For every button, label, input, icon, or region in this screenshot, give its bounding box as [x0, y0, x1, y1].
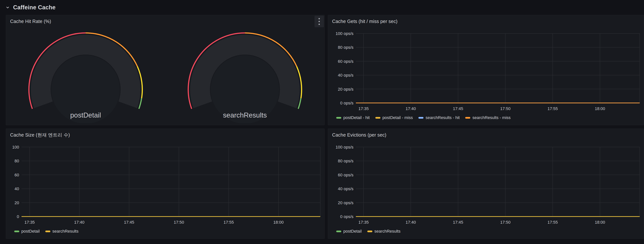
legend: postDetail - hitpostDetail - misssearchR… — [336, 115, 511, 120]
legend-label: searchResults - hit — [426, 115, 460, 120]
legend-item[interactable]: postDetail - miss — [375, 115, 413, 120]
y-axis-label: 20 ops/s — [338, 201, 354, 205]
legend-swatch — [418, 117, 424, 119]
chevron-down-icon — [5, 5, 10, 10]
y-axis-label: 100 ops/s — [336, 145, 354, 149]
y-axis-label: 100 ops/s — [336, 31, 354, 36]
gauge-label: postDetail — [70, 111, 101, 119]
legend: postDetailsearchResults — [336, 229, 400, 234]
legend-swatch — [14, 231, 19, 232]
x-axis-label: 17:35 — [358, 106, 368, 111]
panel-header: Cache Size (현재 엔트리 수) — [6, 129, 324, 141]
y-axis-label: 80 — [14, 159, 19, 163]
legend: postDetailsearchResults — [14, 229, 78, 234]
time-series-plot[interactable]: 10080604020017:3517:4017:4517:5017:5518:… — [6, 141, 324, 224]
legend-item[interactable]: postDetail — [14, 229, 40, 234]
x-axis-label: 17:40 — [406, 220, 416, 224]
legend-label: postDetail - miss — [382, 115, 413, 120]
x-axis-label: 17:50 — [500, 106, 510, 111]
y-axis-label: 60 — [14, 173, 19, 177]
panel-cache-gets: Cache Gets (hit / miss per sec) 100 ops/… — [328, 15, 644, 125]
legend-label: postDetail — [21, 229, 40, 234]
legend-swatch — [375, 117, 380, 119]
time-series-plot[interactable]: 100 ops/s80 ops/s60 ops/s40 ops/s20 ops/… — [328, 27, 644, 111]
legend-item[interactable]: searchResults - hit — [418, 115, 460, 120]
panel-title[interactable]: Cache Size (현재 엔트리 수) — [10, 132, 70, 138]
gauge-postDetail: postDetail — [6, 27, 165, 123]
x-axis-label: 17:45 — [453, 220, 463, 224]
y-axis-label: 80 ops/s — [338, 159, 354, 163]
gauge-row: postDetailsearchResults — [6, 27, 324, 123]
panel-header: Cache Gets (hit / miss per sec) — [328, 15, 644, 27]
legend-label: postDetail - hit — [343, 115, 370, 120]
y-axis-label: 40 — [14, 186, 19, 191]
x-axis-label: 17:50 — [500, 220, 510, 224]
legend-swatch — [367, 231, 372, 232]
y-axis-label: 0 ops/s — [340, 101, 354, 105]
time-series-plot[interactable]: 100 ops/s80 ops/s60 ops/s40 ops/s20 ops/… — [328, 141, 644, 224]
y-axis-label: 0 — [17, 214, 19, 219]
x-axis-label: 17:55 — [548, 220, 558, 224]
panel-cache-evictions: Cache Evictions (per sec) 100 ops/s80 op… — [328, 128, 644, 239]
gauge-label: searchResults — [223, 111, 267, 119]
legend-item[interactable]: searchResults — [367, 229, 400, 234]
legend-item[interactable]: postDetail — [336, 229, 362, 234]
x-axis-label: 18:00 — [595, 220, 605, 224]
panel-header: Cache Evictions (per sec) — [328, 129, 644, 141]
row-title: Caffeine Cache — [13, 4, 56, 11]
legend-item[interactable]: searchResults — [45, 229, 78, 234]
y-axis-label: 60 ops/s — [338, 59, 354, 64]
y-axis-label: 100 — [12, 145, 19, 149]
x-axis-label: 17:50 — [174, 220, 184, 224]
x-axis-label: 17:40 — [74, 220, 84, 224]
y-axis-label: 40 ops/s — [338, 73, 354, 78]
x-axis-label: 17:35 — [358, 220, 368, 224]
x-axis-label: 17:45 — [453, 106, 463, 111]
panel-menu-button[interactable] — [314, 16, 324, 27]
x-axis-label: 17:55 — [224, 220, 234, 224]
legend-item[interactable]: searchResults - miss — [465, 115, 510, 120]
panel-cache-size: Cache Size (현재 엔트리 수) 10080604020017:351… — [6, 128, 324, 239]
row-collapse-toggle[interactable]: Caffeine Cache — [5, 4, 56, 11]
legend-label: searchResults — [374, 229, 400, 234]
legend-label: searchResults - miss — [472, 115, 510, 120]
y-axis-label: 0 ops/s — [340, 214, 354, 219]
y-axis-label: 80 ops/s — [338, 45, 354, 50]
x-axis-label: 18:00 — [595, 106, 605, 111]
panel-grid: Cache Hit Rate (%) postDetailsearchResul… — [6, 15, 644, 239]
x-axis-label: 17:55 — [548, 106, 558, 111]
panel-title[interactable]: Cache Hit Rate (%) — [10, 19, 51, 24]
legend-swatch — [45, 231, 50, 232]
dashboard-row-header: Caffeine Cache — [0, 0, 644, 15]
x-axis-label: 17:40 — [406, 106, 416, 111]
legend-label: searchResults — [52, 229, 78, 234]
panel-title[interactable]: Cache Evictions (per sec) — [332, 132, 386, 138]
legend-swatch — [336, 231, 341, 232]
legend-swatch — [336, 117, 341, 119]
y-axis-label: 20 — [14, 201, 19, 205]
legend-item[interactable]: postDetail - hit — [336, 115, 370, 120]
gauge-searchResults: searchResults — [165, 27, 324, 123]
x-axis-label: 17:35 — [24, 220, 35, 224]
y-axis-label: 40 ops/s — [338, 186, 354, 191]
y-axis-label: 20 ops/s — [338, 87, 354, 92]
panel-header: Cache Hit Rate (%) — [6, 15, 324, 27]
x-axis-label: 18:00 — [273, 220, 284, 224]
panel-title[interactable]: Cache Gets (hit / miss per sec) — [332, 19, 398, 24]
legend-label: postDetail — [343, 229, 362, 234]
kebab-menu-icon — [318, 17, 320, 26]
y-axis-label: 60 ops/s — [338, 173, 354, 177]
x-axis-label: 17:45 — [124, 220, 134, 224]
panel-cache-hit-rate: Cache Hit Rate (%) postDetailsearchResul… — [6, 15, 324, 125]
legend-swatch — [465, 117, 470, 119]
